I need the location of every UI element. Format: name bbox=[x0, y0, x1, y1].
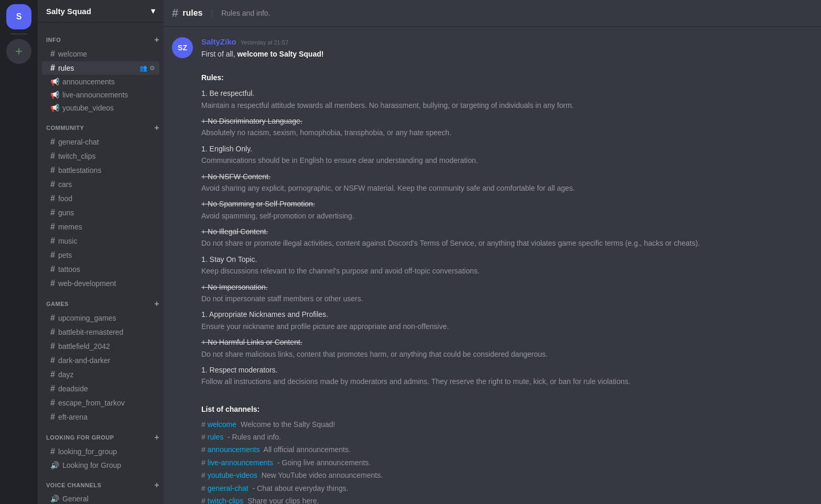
avatar: SZ bbox=[172, 37, 193, 58]
channel-item-looking-for-group-voice[interactable]: 🔊 Looking for Group bbox=[42, 459, 159, 472]
hash-icon: # bbox=[50, 412, 55, 422]
category-games[interactable]: GAMES + bbox=[38, 291, 164, 311]
settings-icon[interactable]: ⚙ bbox=[149, 64, 155, 72]
channel-header: # rules | Rules and info. bbox=[164, 0, 821, 27]
hash-icon: # bbox=[50, 370, 55, 379]
hash-icon: # bbox=[50, 236, 55, 246]
hash-icon: # bbox=[50, 63, 55, 73]
message: SZ SaltyZiko Yesterday at 21:57 First of… bbox=[172, 37, 813, 504]
hash-icon: # bbox=[50, 342, 55, 351]
channel-item-twitch-clips[interactable]: # twitch_clips bbox=[42, 149, 159, 163]
hash-icon: # bbox=[50, 356, 55, 365]
hash-icon: # bbox=[50, 398, 55, 408]
server-icon[interactable]: S bbox=[6, 4, 31, 29]
category-voice[interactable]: VOICE CHANNELS + bbox=[38, 472, 164, 492]
hash-icon: # bbox=[50, 137, 55, 147]
channel-item-announcements[interactable]: 📢 announcements bbox=[42, 75, 159, 88]
hash-icon: # bbox=[50, 151, 55, 161]
channel-list-item: #live-announcements - Going live announc… bbox=[201, 457, 700, 468]
channel-item-dark-darker[interactable]: # dark-and-darker bbox=[42, 354, 159, 367]
message-body: SaltyZiko Yesterday at 21:57 First of al… bbox=[201, 37, 700, 504]
server-name: Salty Squad bbox=[46, 7, 91, 16]
hash-icon: # bbox=[50, 49, 55, 59]
hash-icon: # bbox=[50, 180, 55, 189]
channel-list-item: #announcements All official announcement… bbox=[201, 444, 700, 455]
main-content: # rules | Rules and info. SZ SaltyZiko Y… bbox=[164, 0, 821, 504]
channel-list-item: #welcome Welcome to the Salty Squad! bbox=[201, 419, 700, 430]
hash-icon: # bbox=[50, 313, 55, 323]
speaker-icon: 🔊 bbox=[50, 495, 59, 503]
channel-item-battlefield[interactable]: # battlefield_2042 bbox=[42, 339, 159, 353]
channel-item-lfg[interactable]: # looking_for_group bbox=[42, 445, 159, 458]
category-add-icon[interactable]: + bbox=[154, 480, 159, 490]
channel-header-desc: Rules and info. bbox=[221, 9, 270, 17]
megaphone-icon: 📢 bbox=[50, 104, 59, 112]
channel-list-item: #general-chat - Chat about everyday thin… bbox=[201, 483, 700, 494]
channel-sidebar: Salty Squad ▾ INFO + # welcome # rules 👥… bbox=[38, 0, 164, 504]
speaker-icon: 🔊 bbox=[50, 461, 59, 469]
add-server-button[interactable]: + bbox=[6, 39, 31, 64]
channel-item-youtube[interactable]: 📢 youtube_videos bbox=[42, 102, 159, 114]
category-add-icon[interactable]: + bbox=[154, 35, 159, 45]
message-text: First of all, welcome to Salty Squad! Ru… bbox=[201, 48, 700, 504]
channel-item-battlestations[interactable]: # battlestations bbox=[42, 163, 159, 177]
channel-item-battlebit[interactable]: # battlebit-remastered bbox=[42, 325, 159, 339]
channel-item-pets[interactable]: # pets bbox=[42, 248, 159, 262]
hash-icon: # bbox=[50, 222, 55, 232]
channel-list-item: #rules - Rules and info. bbox=[201, 431, 700, 443]
channel-item-rules[interactable]: # rules 👥 ⚙ bbox=[42, 61, 159, 75]
hash-icon: # bbox=[50, 208, 55, 217]
hash-icon: # bbox=[172, 6, 178, 20]
server-header[interactable]: Salty Squad ▾ bbox=[38, 0, 164, 23]
channel-item-food[interactable]: # food bbox=[42, 192, 159, 205]
hash-icon: # bbox=[50, 194, 55, 203]
category-add-icon[interactable]: + bbox=[154, 299, 159, 309]
category-add-icon[interactable]: + bbox=[154, 123, 159, 133]
channel-list-item: #twitch-clips Share your clips here. bbox=[201, 495, 700, 504]
channel-item-dayz[interactable]: # dayz bbox=[42, 368, 159, 381]
channel-item-general-chat[interactable]: # general-chat bbox=[42, 135, 159, 149]
category-lfg[interactable]: LOOKING FOR GROUP + bbox=[38, 424, 164, 444]
chevron-down-icon: ▾ bbox=[151, 6, 155, 16]
channel-header-name: rules bbox=[182, 8, 202, 18]
channel-item-live-announcements[interactable]: 📢 live-announcements bbox=[42, 89, 159, 101]
channel-item-cars[interactable]: # cars bbox=[42, 178, 159, 191]
channel-item-tarkov[interactable]: # escape_from_tarkov bbox=[42, 396, 159, 410]
channel-item-deadside[interactable]: # deadside bbox=[42, 382, 159, 396]
channel-item-guns[interactable]: # guns bbox=[42, 206, 159, 220]
message-timestamp: Yesterday at 21:57 bbox=[241, 39, 288, 46]
hash-icon: # bbox=[50, 327, 55, 337]
megaphone-icon: 📢 bbox=[50, 91, 59, 99]
channel-list: INFO + # welcome # rules 👥 ⚙ 📢 announcem… bbox=[38, 23, 164, 504]
header-divider: | bbox=[211, 9, 213, 17]
channel-item-web-development[interactable]: # web-development bbox=[42, 277, 159, 290]
hash-icon: # bbox=[50, 265, 55, 274]
channel-item-tattoos[interactable]: # tattoos bbox=[42, 262, 159, 276]
channel-item-welcome[interactable]: # welcome bbox=[42, 47, 159, 61]
server-sidebar: S + bbox=[0, 0, 38, 504]
user-icon: 👥 bbox=[139, 64, 147, 72]
category-community[interactable]: COMMUNITY + bbox=[38, 115, 164, 135]
category-info[interactable]: INFO + bbox=[38, 27, 164, 47]
hash-icon: # bbox=[50, 279, 55, 288]
hash-icon: # bbox=[50, 447, 55, 456]
channel-item-general-voice[interactable]: 🔊 General bbox=[42, 492, 159, 504]
channel-item-memes[interactable]: # memes bbox=[42, 220, 159, 234]
channel-item-eft-arena[interactable]: # eft-arena bbox=[42, 410, 159, 424]
category-add-icon[interactable]: + bbox=[154, 433, 159, 442]
messages-area: SZ SaltyZiko Yesterday at 21:57 First of… bbox=[164, 27, 821, 504]
channel-item-music[interactable]: # music bbox=[42, 234, 159, 248]
message-author: SaltyZiko bbox=[201, 37, 236, 46]
hash-icon: # bbox=[50, 384, 55, 393]
hash-icon: # bbox=[50, 166, 55, 175]
hash-icon: # bbox=[50, 250, 55, 260]
megaphone-icon: 📢 bbox=[50, 78, 59, 86]
channel-list-item: #youtube-videos New YouTube video announ… bbox=[201, 469, 700, 481]
channel-item-upcoming-games[interactable]: # upcoming_games bbox=[42, 311, 159, 325]
